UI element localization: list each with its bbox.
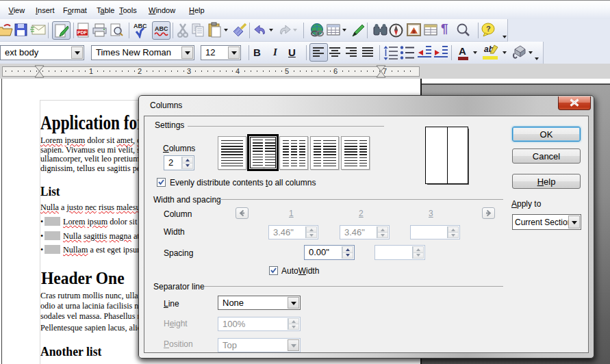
svg-text:PDF: PDF	[77, 30, 88, 35]
svg-text:ABC: ABC	[155, 25, 168, 32]
svg-text:ABC: ABC	[134, 23, 147, 29]
svg-text:?: ?	[486, 25, 491, 33]
